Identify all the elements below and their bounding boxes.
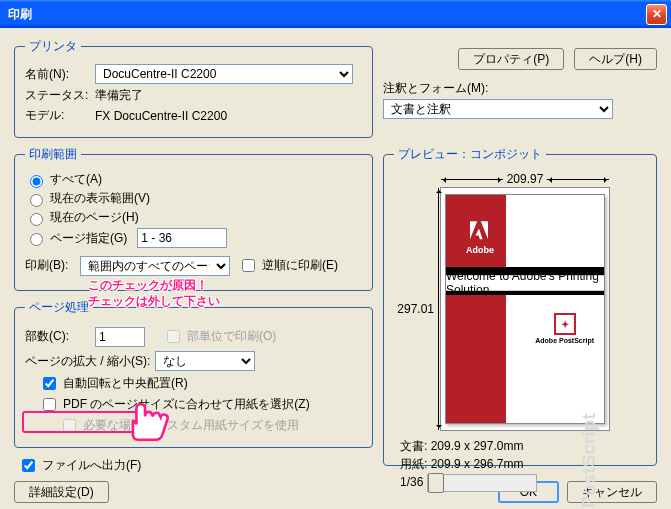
radio-current-page[interactable]: 現在のページ(H) bbox=[25, 209, 362, 226]
handling-group: ページ処理 部数(C): 部単位で印刷(O) ページの拡大 / 縮小(S): な… bbox=[14, 299, 373, 448]
comments-label: 注釈とフォーム(M): bbox=[383, 80, 657, 97]
radio-all[interactable]: すべて(A) bbox=[25, 171, 362, 188]
window-title: 印刷 bbox=[8, 6, 646, 23]
print-subset-select[interactable]: 範囲内のすべてのページ bbox=[80, 256, 230, 276]
autorotate-check[interactable]: 自動回転と中央配置(R) bbox=[39, 374, 362, 393]
preview-height-label: 297.01 bbox=[399, 188, 439, 430]
help-button[interactable]: ヘルプ(H) bbox=[574, 48, 657, 70]
titlebar: 印刷 ✕ bbox=[0, 0, 671, 28]
comments-select[interactable]: 文書と注釈 bbox=[383, 99, 613, 119]
status-value: 準備完了 bbox=[95, 87, 143, 104]
printer-legend: プリンタ bbox=[25, 38, 81, 55]
print-to-file-check[interactable]: ファイルへ出力(F) bbox=[18, 456, 373, 475]
customsize-check: 必要な場合にカスタム用紙サイズを使用 bbox=[59, 416, 362, 435]
range-group: 印刷範囲 すべて(A) 現在の表示範囲(V) 現在のページ(H) ページ指定(G… bbox=[14, 146, 373, 291]
copies-label: 部数(C): bbox=[25, 328, 95, 345]
printer-name-select[interactable]: DocuCentre-II C2200 bbox=[95, 64, 353, 84]
radio-pages[interactable]: ページ指定(G) bbox=[25, 228, 362, 248]
close-button[interactable]: ✕ bbox=[646, 4, 667, 25]
copies-input[interactable] bbox=[95, 327, 145, 347]
reverse-check[interactable]: 逆順に印刷(E) bbox=[238, 256, 338, 275]
name-label: 名前(N): bbox=[25, 66, 95, 83]
model-value: FX DocuCentre-II C2200 bbox=[95, 109, 227, 123]
status-label: ステータス: bbox=[25, 87, 95, 104]
preview-canvas: 209.97 297.01 Adobe bbox=[440, 187, 610, 431]
properties-button[interactable]: プロパティ(P) bbox=[458, 48, 564, 70]
adobe-logo-icon bbox=[470, 221, 488, 243]
welcome-band: Welcome to Adobe's Printing Solution bbox=[446, 275, 604, 291]
preview-group: プレビュー：コンポジット 209.97 297.01 bbox=[383, 146, 657, 466]
pdfsize-check[interactable]: PDF のページサイズに合わせて用紙を選択(Z) bbox=[39, 395, 362, 414]
range-legend: 印刷範囲 bbox=[25, 146, 81, 163]
advanced-button[interactable]: 詳細設定(D) bbox=[14, 481, 109, 503]
scale-select[interactable]: なし bbox=[155, 351, 255, 371]
adobe-caption: Adobe bbox=[466, 245, 494, 255]
scale-label: ページの拡大 / 縮小(S): bbox=[25, 353, 155, 370]
watermark: Adobe PostScript bbox=[579, 413, 600, 509]
printer-group: プリンタ 名前(N): DocuCentre-II C2200 ステータス: 準… bbox=[14, 38, 373, 138]
print-label: 印刷(B): bbox=[25, 257, 80, 274]
model-label: モデル: bbox=[25, 107, 95, 124]
page-slider[interactable] bbox=[427, 474, 537, 492]
collate-check: 部単位で印刷(O) bbox=[163, 327, 276, 346]
radio-current-view[interactable]: 現在の表示範囲(V) bbox=[25, 190, 362, 207]
postscript-logo-icon: ✦ Adobe PostScript bbox=[535, 313, 594, 344]
preview-meta: 文書: 209.9 x 297.0mm 用紙: 209.9 x 296.7mm … bbox=[400, 437, 646, 492]
preview-width-label: 209.97 bbox=[441, 172, 609, 186]
pages-input[interactable] bbox=[137, 228, 227, 248]
handling-legend: ページ処理 bbox=[25, 299, 93, 316]
preview-page: Adobe Welcome to Adobe's Printing Soluti… bbox=[445, 194, 605, 424]
preview-legend: プレビュー：コンポジット bbox=[394, 146, 546, 163]
